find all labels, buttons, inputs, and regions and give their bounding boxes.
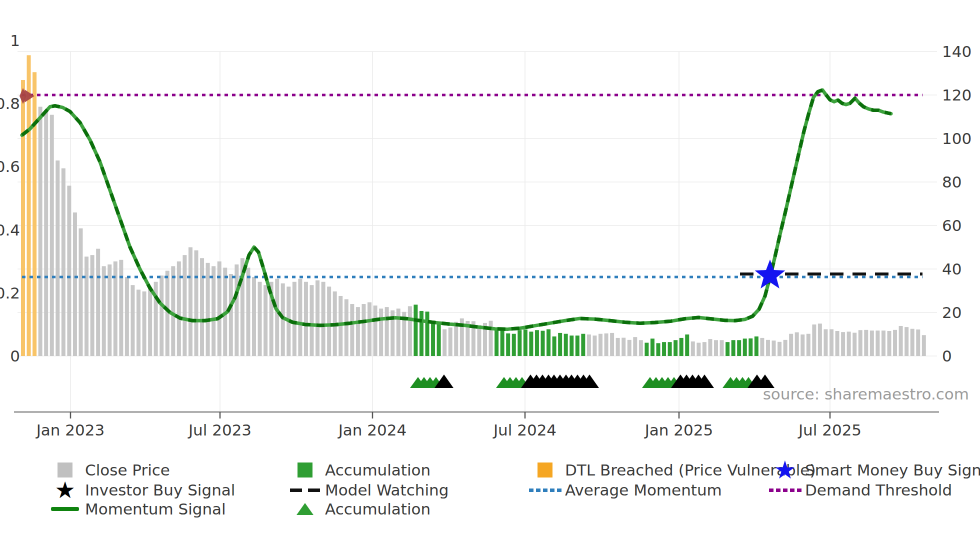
legend-item-average-momentum: Average Momentum xyxy=(531,480,722,500)
legend-label: Momentum Signal xyxy=(85,500,226,518)
legend-item-accumulation-triangle: Accumulation xyxy=(291,498,430,520)
blue-star-icon: ★ xyxy=(771,460,799,480)
legend-label: Accumulation xyxy=(325,461,430,479)
green-triangle-icon xyxy=(291,503,319,515)
chart-legend: Close Price ★ Investor Buy Signal Moment… xyxy=(0,0,980,551)
legend-item-accumulation-bar: Accumulation xyxy=(291,460,430,480)
legend-label: Model Watching xyxy=(325,481,448,499)
chart-canvas: 00.20.40.60.81020406080100120140Jan 2023… xyxy=(0,0,980,551)
accumulation-swatch-icon xyxy=(291,462,319,478)
legend-item-model-watching: Model Watching xyxy=(291,480,448,500)
legend-label: Average Momentum xyxy=(565,481,722,499)
blue-dotted-line-icon xyxy=(531,488,559,492)
close-price-swatch-icon xyxy=(51,462,79,478)
black-star-icon: ★ xyxy=(51,480,79,500)
legend-label: Smart Money Buy Signal xyxy=(805,461,980,479)
purple-dotted-line-icon xyxy=(771,488,799,492)
legend-item-demand-threshold: Demand Threshold xyxy=(771,480,952,500)
legend-label: Demand Threshold xyxy=(805,481,952,499)
orange-swatch-icon xyxy=(531,462,559,478)
legend-label: Investor Buy Signal xyxy=(85,481,235,499)
green-line-icon xyxy=(51,507,79,511)
legend-label: Accumulation xyxy=(325,500,430,518)
legend-label: Close Price xyxy=(85,461,170,479)
legend-item-smart-money-buy-signal: ★ Smart Money Buy Signal xyxy=(771,460,980,480)
black-dashed-line-icon xyxy=(291,488,319,492)
legend-item-investor-buy-signal: ★ Investor Buy Signal xyxy=(51,480,235,500)
legend-item-momentum-signal: Momentum Signal xyxy=(51,498,226,520)
